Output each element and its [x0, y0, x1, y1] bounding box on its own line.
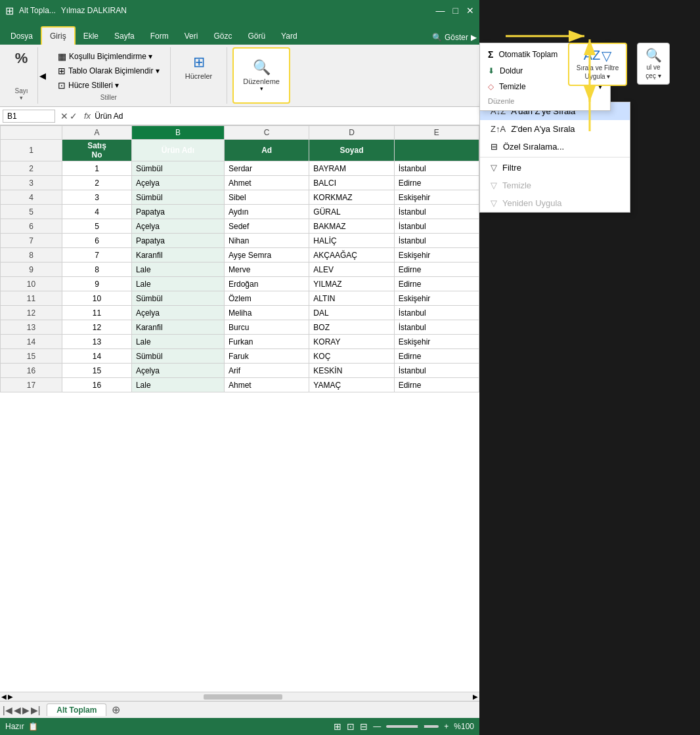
horizontal-scrollbar[interactable]: ◀ ▶ ▶	[0, 692, 479, 701]
confirm-formula-button[interactable]: ✓	[70, 111, 77, 121]
filtre-icon: ▽	[491, 163, 497, 173]
status-icon: 📋	[28, 722, 38, 731]
minimize-button[interactable]: —	[436, 5, 445, 16]
col-header-C[interactable]: C	[224, 126, 309, 140]
sheet-nav-last[interactable]: ▶|	[31, 705, 41, 715]
scroll-right-btn[interactable]: ▶	[8, 693, 13, 700]
fx-label: fx	[84, 111, 91, 121]
sigma-icon: Σ	[488, 49, 493, 60]
scroll-thumb[interactable]	[204, 694, 282, 700]
otomatik-label: Otomatik Toplam	[498, 50, 558, 59]
sec-label: ul veçeç ▾	[645, 63, 661, 80]
spreadsheet: A B C D E 1 SatışNo Ürün Adı Ad Soyad	[0, 125, 479, 392]
restore-button[interactable]: □	[453, 5, 458, 16]
search-bul-icon: 🔍	[645, 47, 662, 63]
ribbon-nav-left[interactable]: ◀	[38, 47, 47, 104]
header-satisno[interactable]: SatışNo	[62, 140, 132, 161]
table-row: 12 11 Açelya Meliha DAL İstanbul	[1, 306, 479, 320]
scroll-left-btn[interactable]: ◀	[1, 693, 7, 700]
duzenleme-icon: 🔍	[253, 59, 271, 76]
tab-ekle[interactable]: Ekle	[76, 28, 106, 45]
sayi-label: Sayı	[14, 85, 28, 94]
tab-giris[interactable]: Giriş	[41, 26, 76, 45]
tab-gozc[interactable]: Gözc	[206, 28, 240, 45]
search-icon: 🔍	[432, 33, 442, 42]
col-header-A[interactable]: A	[62, 126, 132, 140]
filter-icon: ▽	[602, 48, 611, 64]
add-sheet-button[interactable]: ⊕	[112, 704, 120, 716]
sheet-nav-prev[interactable]: ◀	[14, 705, 21, 715]
duzenleme-button[interactable]: 🔍 Düzenleme ▾	[232, 47, 290, 104]
menu-temizle: ▽ Temizle	[480, 177, 630, 194]
table-row: 17 16 Lale Ahmet YAMAÇ Edirne	[1, 378, 479, 392]
header-ad[interactable]: Ad	[224, 140, 309, 161]
kosullu-bicim-button[interactable]: ▦ Koşullu Biçimlendirme ▾	[55, 50, 162, 63]
zoom-minus[interactable]: —	[373, 722, 381, 731]
formula-content[interactable]: Ürün Ad	[95, 112, 477, 121]
sirala-filtre-box[interactable]: AZ ▽ Sırala ve FiltreUygula ▾	[568, 43, 627, 86]
zoom-thumb	[418, 723, 424, 730]
hucre-icon: ⊡	[58, 80, 66, 91]
doldur-icon: ⬇	[488, 66, 494, 75]
col-header-B[interactable]: B	[131, 126, 224, 140]
doldur-label: Doldur	[500, 66, 523, 75]
ozel-icon: ⊟	[491, 142, 498, 152]
zoom-slider[interactable]	[386, 725, 439, 728]
view-normal-icon[interactable]: ⊞	[334, 721, 341, 732]
sheet-tab-alt-toplam[interactable]: Alt Toplam	[47, 704, 106, 716]
hucreler-label: Hücreler	[185, 72, 213, 80]
cell-reference[interactable]: B1	[3, 110, 55, 123]
menu-z-a-sirala[interactable]: Z↑A Z'den A'ya Sırala	[480, 120, 630, 138]
tab-sayfa[interactable]: Sayfa	[106, 28, 142, 45]
tab-yard[interactable]: Yard	[273, 28, 305, 45]
hucreler-button[interactable]: ⊞ Hücreler	[179, 50, 219, 84]
col-header-E[interactable]: E	[394, 126, 479, 140]
tab-form[interactable]: Form	[142, 28, 177, 45]
menu-filtre[interactable]: ▽ Filtre	[480, 159, 630, 177]
header-urunadi[interactable]: Ürün Adı	[131, 140, 224, 161]
table-row: 10 9 Lale Erdoğan YILMAZ Edirne	[1, 277, 479, 291]
sheet-nav-first[interactable]: |◀	[3, 705, 12, 715]
sec-bul-box[interactable]: 🔍 ul veçeç ▾	[637, 43, 670, 85]
menu-yeniden-uygula: ▽ Yeniden Uygula	[480, 194, 630, 212]
temizle-icon: ◇	[488, 82, 494, 91]
tablo-bicim-button[interactable]: ⊞ Tablo Olarak Biçimlendir ▾	[55, 64, 162, 77]
stiller-label: Stiller	[55, 93, 162, 101]
view-layout-icon[interactable]: ⊡	[347, 721, 355, 732]
status-bar: Hazır 📋 ⊞ ⊡ ⊟ — + %100	[0, 718, 479, 735]
temizle2-label: Temizle	[502, 180, 531, 190]
cancel-formula-button[interactable]: ✕	[60, 111, 68, 121]
zoom-plus[interactable]: +	[444, 722, 448, 731]
sheet-nav-next[interactable]: ▶	[22, 705, 30, 715]
ribbon-group-sayi: % Sayı ▾	[5, 47, 38, 104]
tab-dosya[interactable]: Dosya	[3, 28, 41, 45]
close-button[interactable]: ✕	[466, 5, 474, 16]
view-break-icon[interactable]: ⊟	[360, 721, 368, 732]
hucreler-icon: ⊞	[193, 54, 205, 71]
column-headers: A B C D E	[1, 126, 479, 140]
za-icon: Z↑A	[491, 124, 506, 134]
corner-header	[1, 126, 62, 140]
sort-context-menu: A↓Z A'dan Z'ye Sırala Z↑A Z'den A'ya Sır…	[479, 102, 630, 213]
tab-goru[interactable]: Görü	[240, 28, 273, 45]
menu-ozel-siralama[interactable]: ⊟ Özel Sıralama...	[480, 138, 630, 156]
table-row: 16 15 Açelya Arif KESKİN İstanbul	[1, 364, 479, 378]
title-bar: ⊞ Alt Topla... Yılmaz DALKIRAN — □ ✕	[0, 0, 479, 21]
hucre-stilleri-button[interactable]: ⊡ Hücre Stilleri ▾	[55, 79, 162, 92]
ribbon-search[interactable]: 🔍 Göster ▶	[432, 33, 477, 42]
table-row: 7 6 Papatya Nihan HALİÇ İstanbul	[1, 234, 479, 248]
col-header-D[interactable]: D	[309, 126, 394, 140]
ribbon-tabs: Dosya Giriş Ekle Sayfa Form Veri Gözc Gö…	[0, 21, 479, 45]
right-overlay: Σ Otomatik Toplam ▾ ⬇ Doldur ▾ ◇ Temizle…	[479, 0, 700, 735]
temizle-label: Temizle	[499, 82, 526, 91]
scroll-right2-btn[interactable]: ▶	[473, 693, 478, 700]
tab-veri[interactable]: Veri	[177, 28, 206, 45]
header-soyad[interactable]: Soyad	[309, 140, 394, 161]
sirala-icons: AZ ▽	[584, 48, 612, 64]
zoom-level[interactable]: %100	[454, 722, 474, 731]
duzenleme-arrow: ▾	[260, 85, 263, 92]
table-row: 2 1 Sümbül Serdar BAYRAM İstanbul	[1, 161, 479, 176]
tablo-icon: ⊞	[58, 66, 66, 76]
header-e[interactable]	[394, 140, 479, 161]
kosullu-icon: ▦	[58, 51, 66, 62]
